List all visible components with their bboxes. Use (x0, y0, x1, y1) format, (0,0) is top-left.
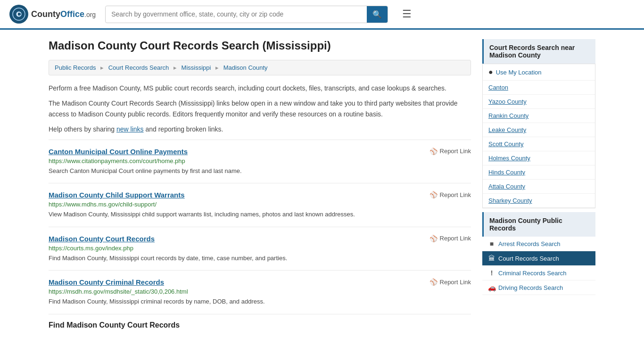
breadcrumb-court-records-search[interactable]: Court Records Search (108, 64, 169, 71)
public-records-header: Madison County Public Records (482, 212, 595, 237)
county-item-canton[interactable]: Canton (483, 81, 595, 95)
result-header-child-support: Madison County Child Support Warrants ⚾ … (49, 191, 471, 199)
description-2: The Madison County Court Records Search … (49, 98, 471, 119)
report-link-label-court-records: Report Link (440, 235, 471, 242)
report-link-btn-criminal-records[interactable]: ⚾ Report Link (429, 278, 471, 286)
driving-icon: 🚗 (488, 284, 495, 291)
report-link-label-canton-municipal: Report Link (440, 148, 471, 155)
breadcrumb-public-records[interactable]: Public Records (55, 64, 96, 71)
sidebar-label-court: Court Records Search (498, 255, 559, 262)
result-item-canton-municipal: Canton Municipal Court Online Payments ⚾… (49, 140, 471, 183)
result-desc-criminal-records: Find Madison County, Mississippi crimina… (49, 297, 471, 306)
nearby-counties-list: ● Use My Location CantonYazoo CountyRank… (482, 64, 595, 208)
logo-text: CountyOffice.org (31, 9, 96, 19)
result-item-court-records: Madison County Court Records ⚾ Report Li… (49, 227, 471, 271)
main-container: Madison County Court Records Search (Mis… (39, 30, 605, 341)
sidebar-item-arrest[interactable]: ■Arrest Records Search (482, 237, 595, 251)
menu-button[interactable]: ☰ (402, 8, 412, 20)
header: C CountyOffice.org 🔍 ☰ (0, 0, 644, 30)
sidebar-item-driving[interactable]: 🚗Driving Records Search (482, 280, 595, 295)
description-1: Perform a free Madison County, MS public… (49, 83, 471, 93)
new-links-link[interactable]: new links (116, 125, 144, 133)
result-title-court-records[interactable]: Madison County Court Records (49, 235, 155, 243)
county-item-scott-county[interactable]: Scott County (483, 137, 595, 151)
sidebar: Court Records Search near Madison County… (482, 39, 595, 331)
result-url-child-support[interactable]: https://www.mdhs.ms.gov/child-support/ (49, 201, 471, 208)
result-desc-court-records: Find Madison County, Mississippi court r… (49, 254, 471, 263)
search-bar: 🔍 (105, 6, 388, 23)
result-url-criminal-records[interactable]: https://msdh.ms.gov/msdhsite/_static/30,… (49, 288, 471, 295)
use-my-location[interactable]: ● Use My Location (483, 64, 595, 81)
nearby-header: Court Records Search near Madison County (482, 39, 595, 64)
page-title: Madison County Court Records Search (Mis… (49, 39, 471, 52)
report-icon-child-support: ⚾ (429, 191, 438, 198)
sidebar-label-criminal: Criminal Records Search (498, 270, 567, 277)
result-url-court-records[interactable]: https://courts.ms.gov/index.php (49, 245, 471, 252)
search-input[interactable] (106, 7, 367, 22)
search-button[interactable]: 🔍 (367, 6, 388, 23)
court-icon: 🏛 (488, 255, 495, 262)
result-title-child-support[interactable]: Madison County Child Support Warrants (49, 191, 185, 199)
report-link-btn-child-support[interactable]: ⚾ Report Link (429, 191, 471, 198)
county-item-hinds-county[interactable]: Hinds County (483, 165, 595, 180)
sidebar-item-court[interactable]: 🏛Court Records Search (482, 251, 595, 266)
breadcrumb-madison-county[interactable]: Madison County (223, 64, 268, 71)
county-item-leake-county[interactable]: Leake County (483, 123, 595, 137)
report-icon-canton-municipal: ⚾ (429, 148, 438, 155)
find-records-heading: Find Madison County Court Records (49, 314, 471, 331)
nearby-section: Court Records Search near Madison County… (482, 39, 595, 208)
result-header-criminal-records: Madison County Criminal Records ⚾ Report… (49, 278, 471, 286)
report-link-btn-canton-municipal[interactable]: ⚾ Report Link (429, 148, 471, 155)
arrest-icon: ■ (488, 240, 495, 247)
report-icon-court-records: ⚾ (429, 235, 438, 242)
result-item-child-support: Madison County Child Support Warrants ⚾ … (49, 183, 471, 227)
description-3: Help others by sharing new links and rep… (49, 124, 471, 134)
result-desc-canton-municipal: Search Canton Municipal Court online pay… (49, 166, 471, 176)
result-desc-child-support: View Madison County, Mississippi child s… (49, 210, 471, 219)
county-list: CantonYazoo CountyRankin CountyLeake Cou… (483, 81, 595, 208)
breadcrumb: Public Records ▸ Court Records Search ▸ … (49, 60, 471, 75)
result-item-criminal-records: Madison County Criminal Records ⚾ Report… (49, 270, 471, 314)
use-location-label[interactable]: Use My Location (496, 69, 542, 76)
county-item-sharkey-county[interactable]: Sharkey County (483, 194, 595, 208)
content-area: Madison County Court Records Search (Mis… (49, 39, 471, 331)
report-link-btn-court-records[interactable]: ⚾ Report Link (429, 235, 471, 242)
logo-icon: C (9, 5, 28, 24)
result-title-criminal-records[interactable]: Madison County Criminal Records (49, 278, 164, 286)
location-dot-icon: ● (488, 68, 493, 76)
public-records-list: ■Arrest Records Search🏛Court Records Sea… (482, 237, 595, 295)
criminal-icon: ! (488, 269, 495, 277)
result-title-canton-municipal[interactable]: Canton Municipal Court Online Payments (49, 148, 188, 156)
county-item-rankin-county[interactable]: Rankin County (483, 109, 595, 123)
results-container: Canton Municipal Court Online Payments ⚾… (49, 140, 471, 314)
county-item-yazoo-county[interactable]: Yazoo County (483, 95, 595, 109)
public-records-section: Madison County Public Records ■Arrest Re… (482, 212, 595, 295)
logo[interactable]: C CountyOffice.org (9, 5, 96, 24)
sidebar-label-arrest: Arrest Records Search (498, 240, 561, 247)
county-item-attala-county[interactable]: Attala County (483, 180, 595, 194)
result-header-canton-municipal: Canton Municipal Court Online Payments ⚾… (49, 148, 471, 156)
result-url-canton-municipal[interactable]: https://www.citationpayments.com/court/h… (49, 157, 471, 165)
breadcrumb-mississippi[interactable]: Mississippi (182, 64, 211, 71)
sidebar-item-criminal[interactable]: !Criminal Records Search (482, 266, 595, 280)
report-link-label-child-support: Report Link (440, 191, 471, 198)
report-icon-criminal-records: ⚾ (429, 278, 438, 286)
report-link-label-criminal-records: Report Link (440, 279, 471, 286)
result-header-court-records: Madison County Court Records ⚾ Report Li… (49, 235, 471, 243)
county-item-holmes-county[interactable]: Holmes County (483, 151, 595, 165)
sidebar-label-driving: Driving Records Search (498, 284, 563, 291)
